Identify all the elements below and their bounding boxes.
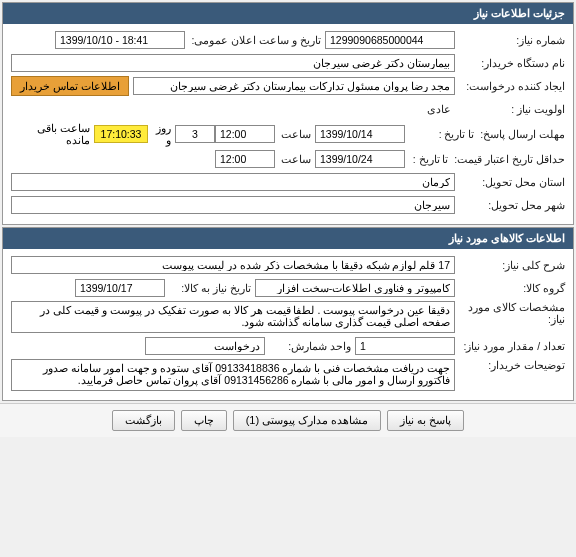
spec-label: مشخصات کالای مورد نیاز: (455, 301, 565, 325)
min-valid-time-label: ساعت (275, 153, 315, 165)
general-desc-field[interactable] (11, 256, 455, 274)
general-desc-label: شرح کلی نیاز: (455, 259, 565, 271)
days-remaining-field[interactable] (175, 125, 215, 143)
qty-label: تعداد / مقدار مورد نیاز: (455, 340, 565, 352)
remain-label: ساعت باقی مانده (11, 122, 90, 146)
need-number-field[interactable] (325, 31, 455, 49)
buyer-org-label: نام دستگاه خریدار: (455, 57, 565, 69)
announce-field[interactable] (55, 31, 185, 49)
need-date-label: تاریخ نیاز به کالا: (165, 282, 255, 294)
back-button[interactable]: بازگشت (112, 410, 175, 431)
min-valid-time-field[interactable] (215, 150, 275, 168)
min-valid-date-field[interactable] (315, 150, 405, 168)
need-date-field[interactable] (75, 279, 165, 297)
buyer-org-field[interactable] (11, 54, 455, 72)
buyer-note-label: توضیحات خریدار: (455, 359, 565, 371)
respond-button[interactable]: پاسخ به نیاز (387, 410, 464, 431)
unit-field[interactable] (145, 337, 265, 355)
panel2-body: شرح کلی نیاز: گروه کالا: تاریخ نیاز به ک… (3, 249, 573, 400)
city-label: شهر محل تحویل: (455, 199, 565, 211)
deadline-time-field[interactable] (215, 125, 275, 143)
print-button[interactable]: چاپ (181, 410, 227, 431)
requester-field[interactable] (133, 77, 455, 95)
city-field[interactable] (11, 196, 455, 214)
view-attachments-button[interactable]: مشاهده مدارک پیوستی (1) (233, 410, 382, 431)
need-number-label: شماره نیاز: (455, 34, 565, 46)
need-details-panel: جزئیات اطلاعات نیاز شماره نیاز: تاریخ و … (2, 2, 574, 225)
goods-info-panel: اطلاعات کالاهای مورد نیاز شرح کلی نیاز: … (2, 227, 574, 401)
buyer-note-field[interactable] (11, 359, 455, 391)
province-field[interactable] (11, 173, 455, 191)
deadline-label: مهلت ارسال پاسخ: تا تاریخ : (405, 128, 565, 140)
panel2-header: اطلاعات کالاهای مورد نیاز (3, 228, 573, 249)
announce-label: تاریخ و ساعت اعلان عمومی: (185, 34, 325, 46)
requester-label: ایجاد کننده درخواست: (455, 80, 565, 92)
deadline-time-label: ساعت (275, 128, 315, 140)
group-field[interactable] (255, 279, 455, 297)
priority-label: اولویت نیاز : (455, 103, 565, 115)
qty-field[interactable] (355, 337, 455, 355)
unit-label: واحد شمارش: (265, 340, 355, 352)
contact-buyer-button[interactable]: اطلاعات تماس خریدار (11, 76, 129, 96)
panel1-body: شماره نیاز: تاریخ و ساعت اعلان عمومی: نا… (3, 24, 573, 224)
priority-value: عادی (423, 101, 455, 117)
province-label: استان محل تحویل: (455, 176, 565, 188)
days-label: روز و (148, 122, 171, 146)
deadline-date-field[interactable] (315, 125, 405, 143)
action-button-bar: پاسخ به نیاز مشاهده مدارک پیوستی (1) چاپ… (0, 403, 576, 437)
time-remaining-badge: 17:10:33 (94, 125, 149, 143)
min-valid-label: حداقل تاریخ اعتبار قیمت: تا تاریخ : (405, 153, 565, 165)
spec-field[interactable] (11, 301, 455, 333)
group-label: گروه کالا: (455, 282, 565, 294)
panel1-header: جزئیات اطلاعات نیاز (3, 3, 573, 24)
